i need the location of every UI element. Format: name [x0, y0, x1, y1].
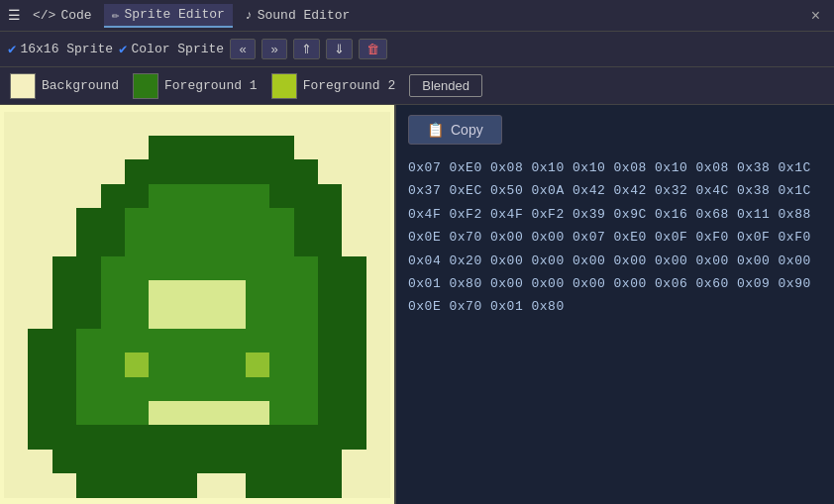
- delete-button[interactable]: 🗑: [359, 39, 387, 59]
- title-bar: ☰ </> Code ✏ Sprite Editor ♪ Sound Edito…: [0, 0, 834, 32]
- sprite-icon: ✏: [112, 7, 120, 23]
- foreground1-swatch[interactable]: [133, 73, 158, 99]
- code-icon: </>: [33, 8, 55, 23]
- tab-sound-label: Sound Editor: [258, 8, 351, 23]
- prev-prev-button[interactable]: «: [230, 39, 256, 59]
- color-sprite-checkmark: ✔: [119, 41, 127, 57]
- color-row: Background Foreground 1 Foreground 2 Ble…: [0, 67, 834, 105]
- copy-button[interactable]: 📋 Copy: [408, 115, 502, 145]
- color-sprite-check: ✔ Color Sprite: [119, 41, 224, 57]
- move-up-button[interactable]: ⇑: [293, 39, 320, 59]
- toolbar: ✔ 16x16 Sprite ✔ Color Sprite « » ⇑ ⇓ 🗑: [0, 32, 834, 67]
- foreground1-label: Foreground 1: [164, 78, 258, 93]
- tab-code[interactable]: </> Code: [25, 5, 100, 26]
- tab-sprite-editor[interactable]: ✏ Sprite Editor: [104, 4, 233, 28]
- sprite-canvas[interactable]: [0, 105, 396, 504]
- color-sprite-label: Color Sprite: [132, 42, 225, 56]
- foreground2-swatch[interactable]: [271, 73, 297, 99]
- blended-button[interactable]: Blended: [409, 74, 482, 97]
- close-button[interactable]: ×: [805, 5, 826, 27]
- hex-data: 0x07 0xE0 0x08 0x10 0x10 0x08 0x10 0x08 …: [408, 156, 822, 319]
- menu-icon[interactable]: ☰: [8, 7, 21, 24]
- background-label: Background: [42, 78, 119, 93]
- tab-code-label: Code: [60, 8, 91, 23]
- tab-sound-editor[interactable]: ♪ Sound Editor: [237, 5, 358, 26]
- sprite-size-label: 16x16 Sprite: [20, 42, 113, 56]
- copy-label: Copy: [451, 122, 483, 138]
- foreground2-label: Foreground 2: [303, 78, 396, 93]
- tab-sprite-label: Sprite Editor: [124, 7, 224, 22]
- background-swatch[interactable]: [10, 73, 36, 99]
- next-next-button[interactable]: »: [261, 39, 287, 59]
- move-down-button[interactable]: ⇓: [326, 39, 353, 59]
- main-area: 📋 Copy 0x07 0xE0 0x08 0x10 0x10 0x08 0x1…: [0, 105, 834, 504]
- sprite-size-checkmark: ✔: [8, 41, 16, 57]
- copy-icon: 📋: [427, 122, 444, 138]
- sprite-size-check: ✔ 16x16 Sprite: [8, 41, 113, 57]
- right-panel: 📋 Copy 0x07 0xE0 0x08 0x10 0x10 0x08 0x1…: [396, 105, 834, 504]
- sprite-grid: [4, 112, 390, 498]
- sound-icon: ♪: [245, 8, 253, 23]
